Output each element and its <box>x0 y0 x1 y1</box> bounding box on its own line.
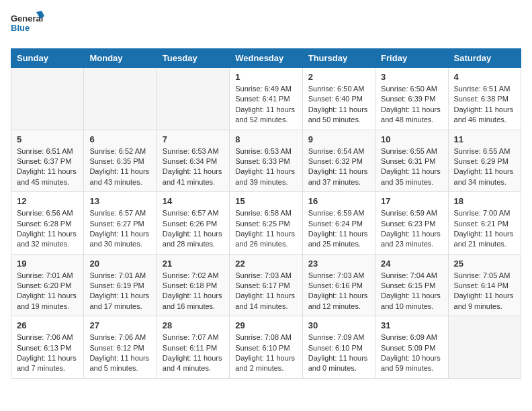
day-number: 14 <box>163 196 224 206</box>
day-number: 22 <box>235 259 296 269</box>
day-number: 15 <box>235 196 296 206</box>
svg-text:Blue: Blue <box>11 23 30 33</box>
calendar-cell: 8Sunrise: 6:53 AMSunset: 6:33 PMDaylight… <box>230 130 302 192</box>
day-info: Sunrise: 6:51 AMSunset: 6:38 PMDaylight:… <box>454 84 515 126</box>
calendar-cell: 9Sunrise: 6:54 AMSunset: 6:32 PMDaylight… <box>302 130 375 192</box>
calendar-cell: 1Sunrise: 6:49 AMSunset: 6:41 PMDaylight… <box>230 68 302 130</box>
calendar-cell: 10Sunrise: 6:55 AMSunset: 6:31 PMDayligh… <box>375 130 448 192</box>
weekday-header: Saturday <box>448 49 521 68</box>
calendar-cell: 31Sunrise: 6:09 AMSunset: 5:09 PMDayligh… <box>375 316 448 379</box>
calendar-cell <box>11 68 84 130</box>
day-info: Sunrise: 6:53 AMSunset: 6:34 PMDaylight:… <box>163 146 224 188</box>
logo-svg: General Blue <box>11 11 44 40</box>
day-number: 11 <box>454 134 515 144</box>
day-info: Sunrise: 7:06 AMSunset: 6:12 PMDaylight:… <box>89 332 150 374</box>
day-number: 24 <box>381 259 442 269</box>
calendar-cell: 14Sunrise: 6:57 AMSunset: 6:26 PMDayligh… <box>157 192 229 255</box>
day-number: 17 <box>381 196 442 206</box>
day-info: Sunrise: 7:08 AMSunset: 6:10 PMDaylight:… <box>235 332 296 374</box>
day-info: Sunrise: 6:55 AMSunset: 6:29 PMDaylight:… <box>454 146 515 188</box>
calendar-cell <box>157 68 229 130</box>
calendar-cell: 25Sunrise: 7:05 AMSunset: 6:14 PMDayligh… <box>448 254 521 316</box>
day-number: 5 <box>17 134 78 144</box>
calendar-cell: 29Sunrise: 7:08 AMSunset: 6:10 PMDayligh… <box>230 316 302 379</box>
day-info: Sunrise: 7:00 AMSunset: 6:21 PMDaylight:… <box>454 208 515 250</box>
day-number: 25 <box>454 259 515 269</box>
week-row: 1Sunrise: 6:49 AMSunset: 6:41 PMDaylight… <box>11 68 521 130</box>
week-row: 19Sunrise: 7:01 AMSunset: 6:20 PMDayligh… <box>11 254 521 316</box>
day-number: 26 <box>17 320 78 330</box>
day-info: Sunrise: 6:53 AMSunset: 6:33 PMDaylight:… <box>235 146 296 188</box>
day-number: 3 <box>381 72 442 82</box>
calendar-cell: 7Sunrise: 6:53 AMSunset: 6:34 PMDaylight… <box>157 130 229 192</box>
day-number: 10 <box>381 134 442 144</box>
day-number: 1 <box>235 72 296 82</box>
day-number: 7 <box>163 134 224 144</box>
day-info: Sunrise: 6:50 AMSunset: 6:39 PMDaylight:… <box>381 84 442 126</box>
calendar-cell: 27Sunrise: 7:06 AMSunset: 6:12 PMDayligh… <box>84 316 157 379</box>
day-info: Sunrise: 6:09 AMSunset: 5:09 PMDaylight:… <box>381 332 442 374</box>
calendar-cell: 16Sunrise: 6:59 AMSunset: 6:24 PMDayligh… <box>302 192 375 255</box>
calendar-cell: 6Sunrise: 6:52 AMSunset: 6:35 PMDaylight… <box>84 130 157 192</box>
day-info: Sunrise: 7:04 AMSunset: 6:15 PMDaylight:… <box>381 271 442 312</box>
calendar-cell: 12Sunrise: 6:56 AMSunset: 6:28 PMDayligh… <box>11 192 84 255</box>
page-header: General Blue <box>11 11 521 40</box>
calendar-cell <box>448 316 521 379</box>
logo: General Blue <box>11 11 44 40</box>
day-number: 23 <box>308 259 369 269</box>
day-info: Sunrise: 7:03 AMSunset: 6:17 PMDaylight:… <box>235 271 296 312</box>
week-row: 12Sunrise: 6:56 AMSunset: 6:28 PMDayligh… <box>11 192 521 255</box>
calendar-cell: 24Sunrise: 7:04 AMSunset: 6:15 PMDayligh… <box>375 254 448 316</box>
day-number: 9 <box>308 134 369 144</box>
day-number: 27 <box>89 320 150 330</box>
day-info: Sunrise: 6:54 AMSunset: 6:32 PMDaylight:… <box>308 146 369 188</box>
weekday-header: Tuesday <box>157 49 229 68</box>
calendar-cell: 11Sunrise: 6:55 AMSunset: 6:29 PMDayligh… <box>448 130 521 192</box>
day-info: Sunrise: 6:51 AMSunset: 6:37 PMDaylight:… <box>17 146 78 188</box>
calendar-cell: 3Sunrise: 6:50 AMSunset: 6:39 PMDaylight… <box>375 68 448 130</box>
day-number: 12 <box>17 196 78 206</box>
day-info: Sunrise: 6:52 AMSunset: 6:35 PMDaylight:… <box>89 146 150 188</box>
day-info: Sunrise: 6:59 AMSunset: 6:23 PMDaylight:… <box>381 208 442 250</box>
weekday-header-row: SundayMondayTuesdayWednesdayThursdayFrid… <box>11 49 521 68</box>
calendar-cell: 21Sunrise: 7:02 AMSunset: 6:18 PMDayligh… <box>157 254 229 316</box>
weekday-header: Wednesday <box>230 49 302 68</box>
weekday-header: Sunday <box>11 49 84 68</box>
day-info: Sunrise: 6:57 AMSunset: 6:26 PMDaylight:… <box>163 208 224 250</box>
day-info: Sunrise: 6:57 AMSunset: 6:27 PMDaylight:… <box>89 208 150 250</box>
day-number: 19 <box>17 259 78 269</box>
day-number: 29 <box>235 320 296 330</box>
calendar-cell: 26Sunrise: 7:06 AMSunset: 6:13 PMDayligh… <box>11 316 84 379</box>
calendar-cell: 30Sunrise: 7:09 AMSunset: 6:10 PMDayligh… <box>302 316 375 379</box>
calendar-cell: 19Sunrise: 7:01 AMSunset: 6:20 PMDayligh… <box>11 254 84 316</box>
week-row: 5Sunrise: 6:51 AMSunset: 6:37 PMDaylight… <box>11 130 521 192</box>
day-info: Sunrise: 6:50 AMSunset: 6:40 PMDaylight:… <box>308 84 369 126</box>
day-number: 31 <box>381 320 442 330</box>
day-info: Sunrise: 6:58 AMSunset: 6:25 PMDaylight:… <box>235 208 296 250</box>
calendar-cell: 18Sunrise: 7:00 AMSunset: 6:21 PMDayligh… <box>448 192 521 255</box>
day-number: 18 <box>454 196 515 206</box>
day-info: Sunrise: 6:55 AMSunset: 6:31 PMDaylight:… <box>381 146 442 188</box>
calendar-cell: 5Sunrise: 6:51 AMSunset: 6:37 PMDaylight… <box>11 130 84 192</box>
week-row: 26Sunrise: 7:06 AMSunset: 6:13 PMDayligh… <box>11 316 521 379</box>
day-info: Sunrise: 7:09 AMSunset: 6:10 PMDaylight:… <box>308 332 369 374</box>
day-info: Sunrise: 7:03 AMSunset: 6:16 PMDaylight:… <box>308 271 369 312</box>
day-number: 6 <box>89 134 150 144</box>
day-info: Sunrise: 7:07 AMSunset: 6:11 PMDaylight:… <box>163 332 224 374</box>
day-number: 28 <box>163 320 224 330</box>
calendar-cell: 17Sunrise: 6:59 AMSunset: 6:23 PMDayligh… <box>375 192 448 255</box>
calendar-cell: 28Sunrise: 7:07 AMSunset: 6:11 PMDayligh… <box>157 316 229 379</box>
day-info: Sunrise: 7:01 AMSunset: 6:20 PMDaylight:… <box>17 271 78 312</box>
calendar-cell: 20Sunrise: 7:01 AMSunset: 6:19 PMDayligh… <box>84 254 157 316</box>
day-number: 21 <box>163 259 224 269</box>
day-info: Sunrise: 7:05 AMSunset: 6:14 PMDaylight:… <box>454 271 515 312</box>
day-number: 16 <box>308 196 369 206</box>
day-info: Sunrise: 7:02 AMSunset: 6:18 PMDaylight:… <box>163 271 224 312</box>
day-number: 4 <box>454 72 515 82</box>
day-info: Sunrise: 6:56 AMSunset: 6:28 PMDaylight:… <box>17 208 78 250</box>
day-number: 30 <box>308 320 369 330</box>
calendar-cell <box>84 68 157 130</box>
calendar-cell: 22Sunrise: 7:03 AMSunset: 6:17 PMDayligh… <box>230 254 302 316</box>
calendar-cell: 15Sunrise: 6:58 AMSunset: 6:25 PMDayligh… <box>230 192 302 255</box>
calendar-cell: 13Sunrise: 6:57 AMSunset: 6:27 PMDayligh… <box>84 192 157 255</box>
